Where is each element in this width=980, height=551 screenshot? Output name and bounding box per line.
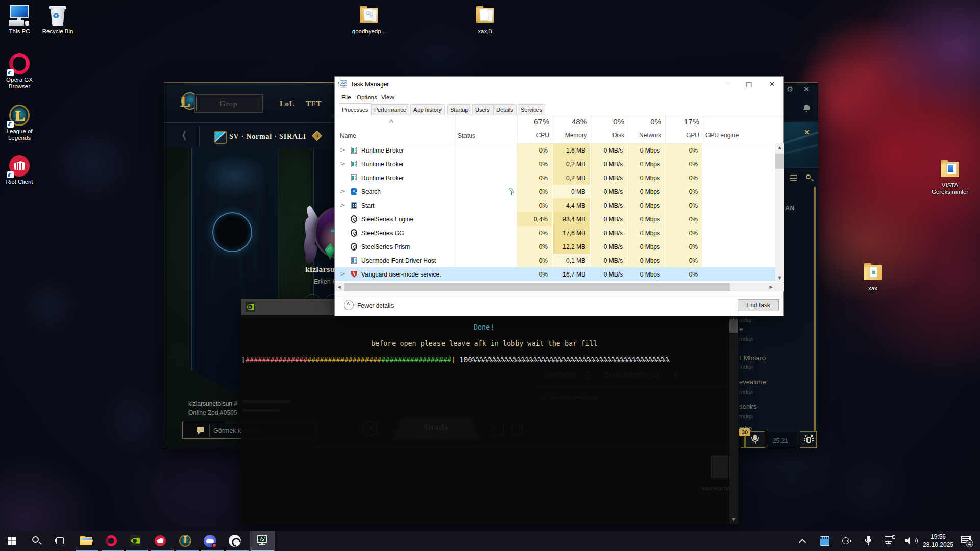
col-gpu-engine[interactable]: GPU engine [705,132,739,139]
taskbar-riot-client[interactable] [150,531,175,551]
expand-chevron-icon[interactable]: > [340,202,345,209]
menu-options[interactable]: Options [357,94,377,101]
info-icon[interactable]: i [312,131,322,141]
taskbar-opera-gx[interactable] [101,531,125,551]
process-row[interactable]: > Start 0% 4,4 MB 0 MB/s 0 Mbps 0% [335,198,775,212]
tm-titlebar[interactable]: Task Manager ─ □ ✕ [335,77,783,92]
lol-nav-tft[interactable]: TFT [306,99,322,108]
gpu-total[interactable]: 17% [665,117,699,126]
tm-vertical-scrollbar[interactable]: ▲ ▼ [775,143,784,282]
start-button[interactable] [0,531,24,551]
taskbar-game-app[interactable] [200,531,225,551]
taskbar-league-of-legends[interactable]: L [175,531,200,551]
fewer-details-button[interactable]: Fewer details [357,302,394,309]
scroll-down-icon[interactable]: ▼ [729,515,738,524]
scrollbar-thumb[interactable] [344,283,730,291]
process-row[interactable]: SteelSeries GG 0% 17,6 MB 0 MB/s 0 Mbps … [335,226,775,240]
tray-volume-icon[interactable] [905,536,916,545]
network-total[interactable]: 0% [628,117,662,126]
process-row[interactable]: SteelSeries Engine 0,4% 93,4 MB 0 MB/s 0… [335,212,775,226]
task-view-button[interactable] [49,531,74,551]
taskbar-task-manager[interactable] [250,531,275,551]
col-cpu[interactable]: CPU [517,132,549,139]
scroll-down-icon[interactable]: ▼ [775,273,784,282]
tray-clock[interactable]: 19:56 28.10.2025 [922,533,954,549]
tray-chevron-icon[interactable] [800,540,804,544]
close-button[interactable]: ✕ [761,77,783,92]
memory-total[interactable]: 48% [553,117,587,126]
minimize-button[interactable]: ─ [715,77,738,92]
tm-horizontal-scrollbar[interactable]: ◀ ▶ [335,283,775,291]
friend-search-icon[interactable] [806,174,813,181]
gpu-engine-cell [703,212,775,226]
desktop-icon-league-of-legends[interactable]: L League of Legends [0,104,39,141]
process-row[interactable]: > Vanguard user-mode service. 0% 16,7 MB… [335,267,775,281]
taskbar-file-explorer[interactable] [75,531,99,551]
friend-name[interactable]: EMlmaro [739,354,766,362]
tray-camera-icon[interactable] [842,537,851,545]
maximize-button[interactable]: □ [738,77,761,92]
process-row[interactable]: SteelSeries Prism 0% 12,2 MB 0 MB/s 0 Mb… [335,240,775,254]
tab-startup[interactable]: Startup [447,104,471,115]
back-chevron-icon[interactable]: ❮ [181,129,187,140]
scroll-right-icon[interactable]: ▶ [767,283,775,291]
toast-close-icon[interactable]: ✕ [804,128,810,136]
desktop-icon-vista[interactable]: VISTA Gereksınımler [930,158,969,195]
scrollbar-thumb[interactable] [729,319,738,333]
process-row[interactable]: Usermode Font Driver Host 0% 0,1 MB 0 MB… [335,254,775,267]
bug-report-button[interactable] [800,431,817,448]
tab-details[interactable]: Details [493,104,517,115]
tray-network-icon[interactable] [885,536,895,545]
end-task-button[interactable]: End task [738,299,779,311]
desktop-icon-opera-gx[interactable]: Opera GX Browser [0,53,39,90]
tab-processes[interactable]: Processes [339,103,371,115]
col-status[interactable]: Status [458,132,475,139]
taskbar-nvidia[interactable] [125,531,149,551]
taskbar-steelseries[interactable] [225,531,250,551]
lol-group-button[interactable]: Grup [194,94,263,113]
process-row[interactable]: > Runtime Broker 0% 1,6 MB 0 MB/s 0 Mbps… [335,143,775,157]
expand-chevron-icon[interactable]: > [340,188,345,195]
tab-app-history[interactable]: App history [410,104,445,115]
col-memory[interactable]: Memory [553,132,587,139]
desktop-icon-recycle-bin[interactable]: ♻ Recycle Bin [38,4,77,35]
process-row[interactable]: > Search 0% 0 MB 0 MB/s 0 Mbps 0% [335,185,775,198]
expand-chevron-icon[interactable]: > [340,270,345,278]
menu-file[interactable]: File [341,94,351,101]
tab-services[interactable]: Services [518,104,545,115]
tab-performance[interactable]: Performance [371,104,409,115]
friend-name[interactable]: e [739,325,743,333]
process-row[interactable]: Runtime Broker 0% 0,2 MB 0 MB/s 0 Mbps 0… [335,171,775,185]
tab-users[interactable]: Users [472,104,493,115]
close-icon[interactable]: ✕ [803,86,811,93]
scroll-left-icon[interactable]: ◀ [335,283,344,291]
tray-blue-app-icon[interactable] [820,536,829,546]
expand-chevron-icon[interactable]: > [340,146,345,154]
bell-icon[interactable] [804,105,810,111]
cpu-total[interactable]: 67% [517,117,549,126]
friends-scrollbar[interactable] [814,187,816,447]
menu-view[interactable]: View [381,94,394,101]
notification-center-button[interactable]: 4 [961,536,971,545]
friend-name[interactable]: senirs [739,403,757,410]
col-network[interactable]: Network [628,132,662,139]
desktop-icon-goodbyedp[interactable]: goodbyedp... [350,4,388,35]
friend-name[interactable]: evealone [739,378,766,386]
disk-total[interactable]: 0% [591,117,624,126]
desktop-icon-xaxu[interactable]: xax,ü [465,4,504,35]
scrollbar-thumb[interactable] [775,154,784,169]
friend-list-icon[interactable] [790,175,797,181]
scroll-up-icon[interactable]: ▲ [775,143,784,152]
desktop-icon-xax[interactable]: xax [853,261,892,292]
desktop-icon-riot-client[interactable]: Riot Client [0,155,39,185]
settings-gear-icon[interactable]: ⚙ [787,86,794,93]
col-gpu[interactable]: GPU [665,132,699,139]
taskbar-search-button[interactable] [24,531,49,551]
process-row[interactable]: > Runtime Broker 0% 0,2 MB 0 MB/s 0 Mbps… [335,157,775,171]
col-name[interactable]: Name [340,132,356,139]
desktop-icon-this-pc[interactable]: This PC [0,4,39,35]
col-disk[interactable]: Disk [591,132,624,139]
expand-chevron-icon[interactable]: > [340,160,345,167]
console-scrollbar[interactable]: ▲ ▼ [729,315,738,524]
lol-nav-lol[interactable]: LoL [280,99,295,108]
